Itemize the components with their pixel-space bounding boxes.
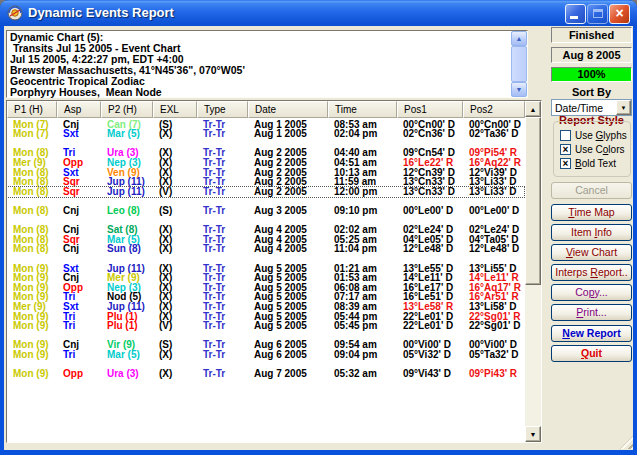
print-button[interactable]: Print... (551, 304, 632, 321)
info-line: Porphyry Houses, Mean Node (10, 87, 509, 98)
dynamic-events-report-window: Dynamic Events Report × Dynamic Chart (5… (0, 0, 637, 455)
checkbox-label: Bold Text (575, 158, 616, 169)
table-cell: 09°Pi43' R (464, 369, 517, 379)
table-cell: Mon (8) (8, 244, 49, 254)
table-cell: Tri (58, 321, 75, 331)
table-cell: (X) (154, 350, 172, 360)
status-panel: Finished (551, 27, 632, 43)
table-cell: 05:32 am (329, 369, 377, 379)
scroll-up-icon[interactable]: ▲ (511, 31, 527, 46)
table-cell: Tr-Tr (198, 321, 225, 331)
checkbox-use-glyphs[interactable]: Use Glyphs (560, 129, 630, 142)
table-cell: 13°Cn33' D (398, 187, 455, 197)
view-chart-button[interactable]: View Chart (551, 244, 632, 261)
table-cell: Cnj (58, 244, 79, 254)
table-cell: Tr-Tr (198, 129, 225, 139)
table-row[interactable]: Mon (8)SqrJup (11)(V)Tr-TrAug 2 200512:0… (7, 187, 524, 197)
table-row[interactable]: Mon (9)TriPlu (1)(V)Tr-TrAug 5 200505:45… (7, 321, 524, 331)
table-body: Mon (7)CnjCan (7)(S)Tr-TrAug 1 200508:53… (7, 118, 525, 442)
table-cell: Sun (8) (102, 244, 141, 254)
checkbox-box[interactable] (560, 130, 571, 141)
table-row[interactable]: Mon (7)SxtMar (5)(X)Tr-TrAug 1 200502:04… (7, 129, 524, 139)
table-row[interactable]: Mon (9)OppUra (3)(X)Tr-TrAug 7 200505:32… (7, 369, 524, 379)
table-scroll-thumb[interactable] (525, 117, 541, 285)
copy-button[interactable]: Copy... (551, 284, 632, 301)
scroll-down-icon[interactable]: ▼ (511, 82, 527, 97)
table-header: P1 (H)AspP2 (H)EXLTypeDateTimePos1Pos2 (7, 101, 525, 118)
table-row[interactable]: Mon (8)CnjSun (8)(X)Tr-TrAug 4 200511:04… (7, 244, 524, 254)
time-map-button[interactable]: Time Map (551, 204, 632, 221)
column-header[interactable]: Type (197, 101, 248, 118)
table-cell: 09:10 pm (329, 206, 377, 216)
info-lines: Dynamic Chart (5): Transits Jul 15 2005 … (10, 32, 509, 98)
table-cell: 13°Li33' D (464, 187, 517, 197)
new-report-button[interactable]: New Report (551, 325, 632, 342)
table-cell: Mon (8) (8, 187, 49, 197)
table-cell: 00°Le00' D (398, 206, 453, 216)
table-cell: 11:04 pm (329, 244, 377, 254)
table-cell: Mar (5) (102, 350, 140, 360)
table-cell: (V) (154, 187, 172, 197)
table-cell: Tr-Tr (198, 369, 225, 379)
table-scrollbar[interactable]: ▲ ▼ (525, 101, 541, 442)
column-header[interactable]: Pos1 (397, 101, 463, 118)
maximize-button[interactable] (587, 4, 608, 24)
scroll-down-icon[interactable]: ▼ (525, 426, 541, 442)
item-info-button[interactable]: Item Info (551, 224, 632, 241)
column-header[interactable]: Pos2 (463, 101, 525, 118)
events-table: P1 (H)AspP2 (H)EXLTypeDateTimePos1Pos2 M… (6, 100, 542, 443)
chart-info-box: Dynamic Chart (5): Transits Jul 15 2005 … (6, 30, 528, 98)
table-cell: 02:04 pm (329, 129, 377, 139)
table-cell: Mon (9) (8, 321, 49, 331)
table-cell: Tri (58, 350, 75, 360)
title-bar[interactable]: Dynamic Events Report × (0, 0, 637, 26)
column-header[interactable]: Date (248, 101, 328, 118)
table-cell: (X) (154, 244, 172, 254)
checkbox-box[interactable]: × (560, 144, 571, 155)
table-cell: 22°Sg01' D (464, 321, 520, 331)
info-scrollbar[interactable]: ▲ ▼ (511, 31, 527, 97)
table-cell: 12°Le48' D (398, 244, 453, 254)
table-cell: Aug 7 2005 (249, 369, 307, 379)
table-cell: Mon (8) (8, 206, 49, 216)
checkbox-box[interactable]: × (560, 158, 571, 169)
current-date-panel: Aug 8 2005 (551, 47, 632, 63)
table-cell: Tr-Tr (198, 350, 225, 360)
table-cell: 09:04 pm (329, 350, 377, 360)
column-header[interactable]: P1 (H) (7, 101, 57, 118)
scroll-up-icon[interactable]: ▲ (525, 101, 541, 117)
close-button[interactable]: × (609, 4, 630, 24)
table-cell: Opp (58, 369, 83, 379)
quit-button[interactable]: Quit (551, 345, 632, 362)
report-style-group: Use Glyphs×Use Colors×Bold Text (553, 121, 631, 177)
minimize-button[interactable] (565, 4, 586, 24)
table-cell: Aug 3 2005 (249, 206, 307, 216)
table-cell: 00°Le00' D (464, 206, 519, 216)
table-row[interactable]: Mon (9)TriMar (5)(X)Tr-TrAug 6 200509:04… (7, 350, 524, 360)
table-cell: 02°Ta36' D (464, 129, 519, 139)
table-cell: Aug 6 2005 (249, 350, 307, 360)
cancel-button[interactable]: Cancel (551, 182, 632, 199)
checkbox-use-colors[interactable]: ×Use Colors (560, 143, 630, 156)
interps-report-button[interactable]: Interps Report.. (551, 264, 632, 281)
table-cell: 12°Le48' D (464, 244, 519, 254)
chevron-down-icon[interactable]: ▼ (616, 100, 631, 115)
checkbox-bold-text[interactable]: ×Bold Text (560, 157, 630, 170)
table-cell: (S) (154, 206, 172, 216)
info-scroll-thumb[interactable] (511, 46, 527, 82)
checkbox-label: Use Colors (575, 144, 624, 155)
table-cell: Ura (3) (102, 369, 139, 379)
table-row[interactable]: Mon (8)CnjLeo (8)(S)Tr-TrAug 3 200509:10… (7, 206, 524, 216)
minimize-icon (570, 16, 578, 19)
table-cell: Cnj (58, 206, 79, 216)
sort-by-value: Date/Time (555, 102, 603, 114)
column-header[interactable]: Asp (57, 101, 101, 118)
column-header[interactable]: Time (328, 101, 397, 118)
table-cell: 05°Vi32' D (398, 350, 451, 360)
table-cell: Tr-Tr (198, 187, 225, 197)
column-header[interactable]: EXL (153, 101, 197, 118)
table-cell: Leo (8) (102, 206, 140, 216)
table-cell: 02°Cn36' D (398, 129, 455, 139)
column-header[interactable]: P2 (H) (101, 101, 153, 118)
table-cell: Mon (9) (8, 369, 49, 379)
